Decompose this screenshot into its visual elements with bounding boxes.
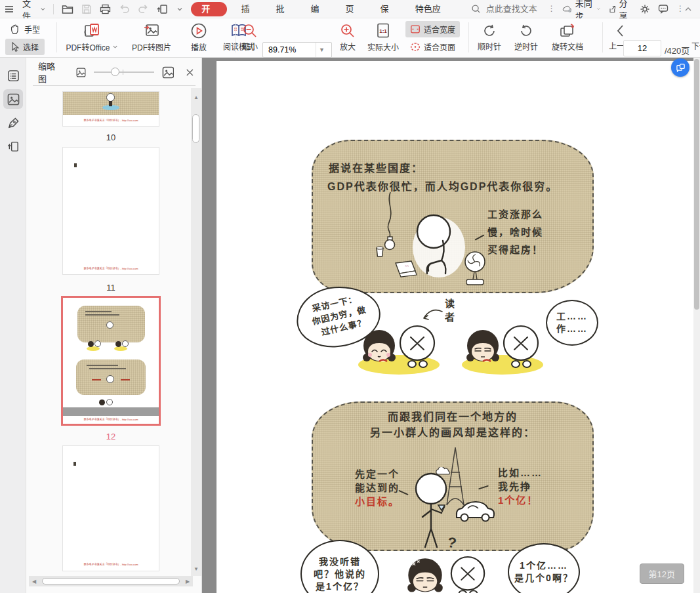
pdf-to-image-icon [143, 22, 160, 39]
panel-scrollbar-thumb[interactable] [192, 114, 199, 143]
hamburger-icon [4, 4, 14, 14]
redo-button[interactable] [134, 0, 153, 18]
play-icon [190, 22, 207, 39]
pdf-reader-window: 文件 开始 插入 批注 编辑 页面 保护 特色应用 [0, 0, 700, 593]
doc-convert-icon [157, 4, 169, 14]
chevron-up-icon [684, 6, 692, 12]
tab-insert[interactable]: 插入 [231, 0, 266, 18]
thumbnail-label-10: 10 [63, 133, 159, 142]
quickbar-more[interactable] [173, 0, 187, 18]
pen-icon [7, 117, 20, 129]
rotate-document-label: 旋转文档 [552, 41, 583, 52]
document-scrollbar-thumb[interactable] [694, 59, 699, 310]
outline-panel-button[interactable] [3, 66, 23, 85]
panel2-right-text: 比如…… 我先挣 1个亿！ [498, 466, 543, 507]
slider-knob[interactable] [111, 68, 119, 76]
close-panel-icon[interactable] [186, 68, 194, 77]
large-thumbnail-icon[interactable] [162, 66, 175, 79]
hand-tool-button[interactable]: 手型 [5, 21, 45, 37]
pdf-to-office-button[interactable]: PDF转Office [60, 20, 123, 55]
fit-page-label: 适合页面 [424, 41, 455, 52]
settings-button[interactable] [636, 0, 654, 18]
tab-protect[interactable]: 保护 [371, 0, 405, 18]
save-button[interactable] [77, 0, 96, 18]
speech-dash [478, 485, 489, 490]
current-page-input[interactable] [623, 40, 661, 56]
scroll-right-icon[interactable]: ▶ [182, 579, 193, 584]
scroll-down-icon[interactable]: ▼ [191, 566, 201, 572]
pdf-to-image-button[interactable]: PDF转图片 [123, 20, 180, 55]
divider [468, 22, 469, 52]
pdf-to-image-label: PDF转图片 [132, 41, 171, 52]
chevron-down-icon [596, 6, 601, 12]
bottom-right-line-2: 是几个0啊？ [514, 572, 573, 584]
panel-vertical-scrollbar[interactable]: ▲ ▼ [191, 88, 201, 576]
reply-speech-bubble: 工…… 作…… [546, 300, 598, 346]
thumbnail-page-12[interactable]: 更多电子书请关注「特价好书」- http://xxx.com [63, 298, 159, 424]
undo-icon [119, 4, 130, 14]
collapse-ribbon-button[interactable] [680, 0, 700, 18]
thumbnails-panel-button[interactable] [3, 89, 23, 109]
print-button[interactable] [96, 0, 115, 18]
small-thumbnail-icon[interactable] [76, 68, 86, 77]
more-menu-icon[interactable]: ⋮ [672, 0, 680, 18]
page-number-badge: 第12页 [640, 563, 684, 584]
bottom-right-line-1: 1个亿…… [520, 560, 568, 572]
watermark-text: 更多电子书请关注「特价好书」- http://xxx.com [73, 562, 150, 566]
zoom-in-icon [340, 23, 356, 39]
zoom-out-button[interactable]: 缩小 [237, 20, 262, 55]
pdf-page[interactable]: 据说在某些国度： GDP代表你很忙，而人均GDP代表你很穷。 [216, 61, 693, 593]
bottom-blob-character [447, 554, 488, 593]
fit-page-button[interactable]: 适合页面 [405, 39, 460, 55]
zoom-dropdown-caret[interactable]: ▼ [316, 43, 327, 57]
annotation-panel-button[interactable] [3, 113, 23, 133]
hamburger-menu[interactable] [0, 0, 18, 18]
zoom-in-label: 放大 [340, 41, 356, 52]
cloud-sync-icon [562, 4, 572, 14]
search-input[interactable] [485, 3, 548, 14]
undo-button[interactable] [115, 0, 134, 18]
thumbnail-page-11[interactable]: 更多电子书请关注「特价好书」- http://xxx.com [63, 148, 159, 274]
select-tool-button[interactable]: 选择 [5, 39, 45, 55]
thumbnail-page-10[interactable]: 更多电子书请关注「特价好书」- http://xxx.com [63, 92, 159, 126]
search-more-icon[interactable]: ⋮ [548, 6, 554, 12]
sync-status[interactable]: 未同步 [558, 0, 605, 18]
feedback-button[interactable] [654, 0, 672, 18]
tab-home[interactable]: 开始 [191, 2, 227, 16]
export-panel-button[interactable] [3, 136, 23, 156]
thumbnail-size-slider[interactable] [94, 67, 153, 77]
rotate-document-button[interactable]: 旋转文档 [546, 20, 589, 55]
document-vertical-scrollbar[interactable] [693, 58, 700, 593]
scroll-left-icon[interactable]: ◀ [29, 579, 39, 584]
tab-special-features[interactable]: 特色应用 [405, 0, 455, 18]
panel2-left-text: 先定一个 能达到的 小目标。 [355, 467, 400, 508]
zoom-level-combobox[interactable]: ▼ [262, 42, 332, 58]
play-button[interactable]: 播放 [181, 20, 216, 55]
convert-quick-button[interactable] [153, 0, 173, 18]
open-button[interactable] [58, 0, 77, 18]
next-page-button[interactable]: 下一页 [688, 20, 700, 55]
fit-width-button[interactable]: 适合宽度 [405, 21, 460, 37]
thumbnail-label-12: 12 [63, 432, 159, 441]
floating-convert-button[interactable] [671, 58, 690, 77]
tab-edit[interactable]: 编辑 [300, 0, 335, 18]
rotate-counterclockwise-button[interactable]: 逆时针 [509, 20, 543, 55]
fit-page-icon [410, 42, 421, 52]
file-menu[interactable]: 文件 [18, 0, 49, 18]
svg-text:1:1: 1:1 [379, 28, 387, 34]
watermark-text: 更多电子书请关注「特价好书」- http://xxx.com [73, 417, 150, 421]
search-box[interactable]: ⋮ [467, 0, 558, 18]
divider [602, 22, 603, 52]
share-button[interactable]: 分享 [604, 0, 636, 18]
zoom-level-input[interactable] [263, 45, 316, 55]
panel-horizontal-scrollbar[interactable]: ◀ ▶ [29, 576, 193, 586]
tab-page[interactable]: 页面 [336, 0, 371, 18]
tab-comment[interactable]: 批注 [266, 0, 300, 18]
share-icon [608, 4, 616, 14]
panel-hscrollbar-thumb[interactable] [42, 578, 180, 584]
zoom-in-button[interactable]: 放大 [335, 20, 361, 55]
actual-size-button[interactable]: 1:1 实际大小 [363, 20, 403, 55]
scroll-up-icon[interactable]: ▲ [191, 94, 201, 100]
thumbnail-page-13[interactable]: 更多电子书请关注「特价好书」- http://xxx.com [63, 446, 159, 571]
rotate-clockwise-button[interactable]: 顺时针 [472, 20, 506, 55]
